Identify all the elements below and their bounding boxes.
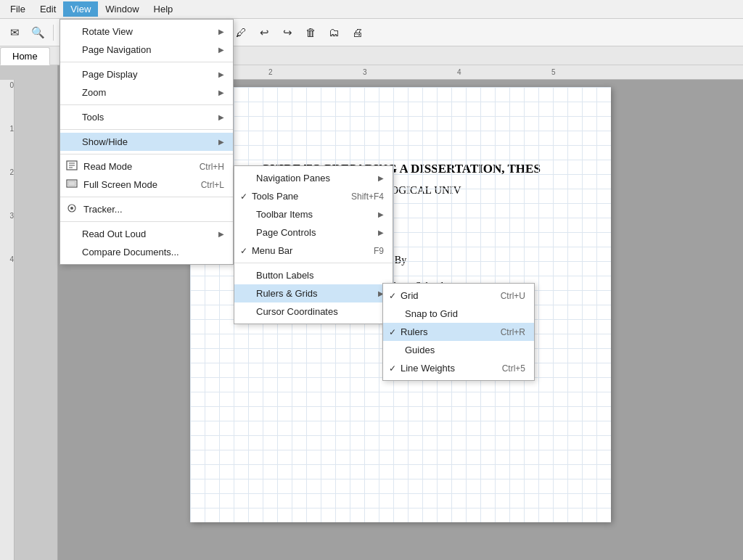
showhide-page-controls[interactable]: Page Controls [234, 223, 393, 242]
menu-read-out-loud[interactable]: Read Out Loud [60, 225, 233, 243]
toolbar-sep1 [53, 25, 54, 41]
rulers-shortcut: Ctrl+R [486, 327, 525, 337]
menu-page-navigation[interactable]: Page Navigation [60, 41, 233, 59]
left-panel: 0 1 2 3 4 [0, 65, 58, 560]
line-weights-shortcut: Ctrl+5 [488, 363, 525, 374]
ruler-mark-5: 5 [551, 68, 556, 76]
snap-grid-label: Snap to Grid [405, 308, 458, 319]
menu-tracker[interactable]: Tracker... [60, 200, 233, 218]
svg-rect-5 [68, 181, 75, 186]
menu-tools[interactable]: Tools [60, 108, 233, 126]
rulers-label: Rulers [401, 326, 428, 337]
read-mode-shortcut: Ctrl+H [185, 162, 224, 172]
view-sep5 [60, 197, 233, 197]
tools-pane-shortcut: Shift+F4 [337, 192, 384, 202]
rg-guides[interactable]: Guides [383, 341, 534, 359]
tools-pane-label: Tools Pane [252, 191, 298, 202]
showhide-nav-panes[interactable]: Navigation Panes [234, 169, 393, 187]
cursor-coords-label: Cursor Coordinates [256, 306, 338, 317]
rulers-check: ✓ [389, 327, 396, 337]
grid-label: Grid [401, 290, 419, 301]
showhide-rulers-grids[interactable]: Rulers & Grids [234, 284, 393, 302]
rg-line-weights[interactable]: ✓ Line Weights Ctrl+5 [383, 359, 534, 377]
view-sep1 [60, 62, 233, 62]
line-weights-label: Line Weights [401, 363, 455, 374]
showhide-button-labels[interactable]: Button Labels [234, 266, 393, 284]
read-mode-icon [66, 160, 78, 170]
tracker-icon [66, 203, 78, 213]
tab-home[interactable]: Home [0, 47, 50, 65]
nav-panes-label: Navigation Panes [256, 173, 330, 184]
fullscreen-label: Full Screen Mode [83, 179, 157, 190]
menu-read-mode[interactable]: Read Mode Ctrl+H [60, 157, 233, 176]
ruler-mark-3: 3 [363, 68, 367, 76]
ruler-vmark-2: 2 [9, 167, 14, 210]
tools-pane-check: ✓ [240, 192, 247, 202]
view-sep2 [60, 104, 233, 105]
menu-file[interactable]: File [3, 1, 33, 17]
menu-rotate-view[interactable]: Rotate View [60, 22, 233, 41]
line-weights-check: ✓ [389, 363, 396, 374]
toolbar-print[interactable]: 🖨 [348, 22, 368, 43]
view-sep6 [60, 221, 233, 222]
toolbar-delete[interactable]: 🗑 [301, 22, 321, 43]
rg-snap-to-grid[interactable]: Snap to Grid [383, 305, 534, 323]
showhide-sep1 [234, 263, 393, 263]
toolbar-stamp[interactable]: 🖊 [231, 22, 252, 43]
toolbar-redo[interactable]: ↪ [278, 22, 298, 43]
view-menu-dropdown: Rotate View Page Navigation Page Display… [59, 19, 234, 265]
tracker-label: Tracker... [83, 204, 123, 215]
showhide-tools-pane[interactable]: ✓ Tools Pane Shift+F4 [234, 187, 393, 205]
grid-shortcut: Ctrl+U [486, 291, 525, 301]
showhide-menu-bar[interactable]: ✓ Menu Bar F9 [234, 242, 393, 260]
grid-check: ✓ [389, 291, 396, 301]
menu-zoom[interactable]: Zoom [60, 83, 233, 102]
showhide-submenu: Navigation Panes ✓ Tools Pane Shift+F4 T… [234, 165, 393, 324]
ruler-vmark-4: 4 [9, 254, 14, 297]
rulers-grids-label: Rulers & Grids [256, 288, 318, 299]
view-sep3 [60, 129, 233, 130]
menu-window[interactable]: Window [98, 1, 146, 17]
view-sep4 [60, 154, 233, 155]
toolbar-items-label: Toolbar Items [256, 209, 313, 220]
ruler-mark-2: 2 [268, 68, 273, 76]
menu-view[interactable]: View [63, 1, 98, 17]
menu-help[interactable]: Help [147, 1, 181, 17]
ruler-vmark-1: 1 [9, 123, 14, 167]
rg-rulers[interactable]: ✓ Rulers Ctrl+R [383, 323, 534, 341]
menu-showhide[interactable]: Show/Hide [60, 133, 233, 151]
ruler-mark-4: 4 [457, 68, 461, 76]
toolbar-search[interactable]: 🔍 [28, 22, 48, 43]
guides-label: Guides [405, 345, 435, 355]
rulers-grids-submenu: ✓ Grid Ctrl+U Snap to Grid ✓ Rulers Ctrl… [382, 283, 535, 381]
menu-compare-docs[interactable]: Compare Documents... [60, 243, 233, 261]
toolbar-undo[interactable]: ↩ [255, 22, 275, 43]
toolbar-email[interactable]: ✉ [4, 22, 25, 43]
ruler-vmark-3: 3 [9, 210, 14, 254]
menu-fullscreen[interactable]: Full Screen Mode Ctrl+L [60, 176, 233, 194]
showhide-cursor-coords[interactable]: Cursor Coordinates [234, 302, 393, 321]
menu-bar-shortcut: F9 [359, 246, 384, 256]
ruler-vmark-0: 0 [9, 80, 14, 123]
svg-point-7 [70, 207, 73, 210]
menu-bar-label: Menu Bar [252, 245, 292, 256]
menu-page-display[interactable]: Page Display [60, 65, 233, 83]
ruler-left: 0 1 2 3 4 [0, 80, 15, 560]
menu-edit[interactable]: Edit [33, 1, 63, 17]
rg-grid[interactable]: ✓ Grid Ctrl+U [383, 287, 534, 305]
fullscreen-icon [66, 178, 78, 189]
page-controls-label: Page Controls [256, 227, 316, 238]
menu-bar-check: ✓ [240, 246, 247, 256]
fullscreen-shortcut: Ctrl+L [186, 180, 224, 190]
toolbar-organize[interactable]: 🗂 [324, 22, 345, 43]
button-labels-label: Button Labels [256, 270, 314, 281]
showhide-toolbar-items[interactable]: Toolbar Items [234, 205, 393, 223]
read-mode-label: Read Mode [83, 161, 132, 172]
menubar: File Edit View Window Help [0, 0, 743, 19]
